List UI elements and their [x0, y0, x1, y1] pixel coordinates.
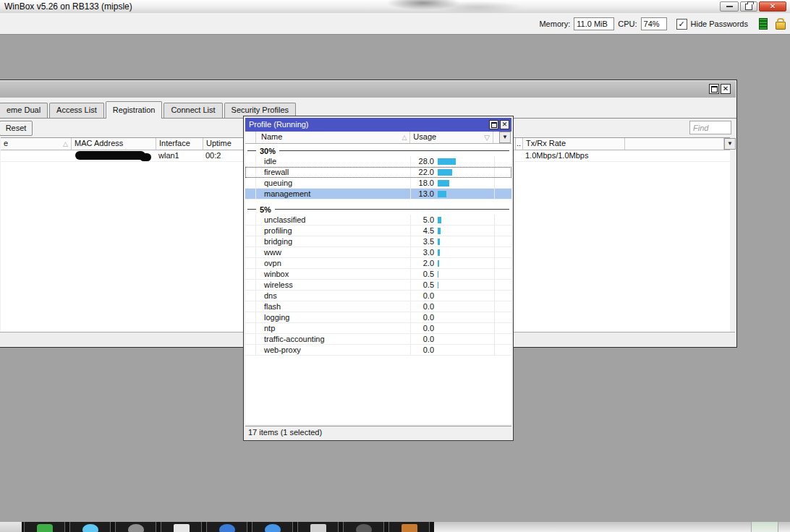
profile-statusbar: 17 items (1 selected) — [245, 426, 511, 439]
restore-button[interactable] — [740, 1, 757, 12]
profile-row-dns[interactable]: dns0.0 — [245, 291, 511, 301]
column-header-mac-address[interactable]: MAC Address — [72, 138, 156, 150]
column-header-tx-rx-rate[interactable]: Tx/Rx Rate — [523, 138, 625, 150]
mdi-desktop: ✕ eme Dual Access List Registration Conn… — [0, 35, 790, 522]
profile-row-logging[interactable]: logging0.0 — [245, 312, 511, 323]
usage-value: 0.0 — [411, 291, 434, 301]
column-header-name[interactable]: Name △ — [256, 132, 410, 143]
taskbar-item[interactable] — [297, 522, 339, 532]
usage-bar — [438, 249, 440, 256]
usage-cell: 0.0 — [411, 345, 494, 355]
taskbar-item[interactable] — [252, 522, 293, 532]
usage-cell: 2.0 — [411, 258, 494, 268]
taskbar-item[interactable] — [69, 522, 111, 532]
taskbar-item[interactable] — [115, 522, 156, 532]
usage-cell: 0.0 — [411, 323, 494, 333]
profile-window-titlebar[interactable]: Profile (Running) ✕ — [245, 118, 511, 132]
profile-row-flash[interactable]: flash0.0 — [245, 301, 511, 312]
row-icon-cell — [245, 269, 256, 279]
taskbar-item[interactable] — [24, 522, 65, 532]
maximize-icon — [491, 122, 497, 128]
ring-icon — [128, 524, 144, 532]
sort-ascending-icon: △ — [63, 139, 68, 150]
row-icon-cell — [245, 247, 256, 257]
profile-row-bridging[interactable]: bridging3.5 — [245, 236, 511, 247]
profile-name: winbox — [256, 269, 411, 279]
usage-bar — [438, 239, 440, 245]
usage-value: 0.0 — [411, 312, 434, 322]
taskbar-item[interactable] — [206, 522, 247, 532]
traffic-indicator-icon — [759, 18, 768, 30]
profile-name: ovpn — [256, 258, 411, 268]
filter-icon: ▽ — [484, 132, 490, 143]
memory-value: 11.0 MiB — [574, 17, 614, 30]
minimize-button[interactable] — [720, 1, 739, 12]
row-icon-cell — [245, 215, 256, 225]
column-dropdown-button[interactable]: ▼ — [724, 138, 736, 150]
usage-value: 2.0 — [411, 258, 434, 268]
chevron-down-icon: ▼ — [502, 134, 508, 140]
usage-cell: 0.0 — [411, 334, 494, 344]
profile-row-www[interactable]: www3.0 — [245, 247, 511, 258]
profile-running-window: Profile (Running) ✕ Name △ Usage ▽ ▼ — [243, 116, 514, 441]
column-header-usage[interactable]: Usage ▽ — [410, 132, 493, 143]
tab-connect-list[interactable]: Connect List — [163, 103, 222, 118]
taskbar-item[interactable] — [161, 522, 202, 532]
profile-row-unclassified[interactable]: unclassified5.0 — [245, 215, 511, 226]
column-header-radio-name[interactable]: e △ — [1, 138, 72, 150]
window-icon — [310, 524, 326, 532]
profile-row-traffic-accounting[interactable]: traffic-accounting0.0 — [245, 334, 511, 345]
profile-name: flash — [256, 301, 411, 312]
usage-threshold-label: 30% — [256, 147, 279, 155]
profile-row-profiling[interactable]: profiling4.5 — [245, 226, 511, 236]
usage-value: 4.5 — [411, 226, 434, 236]
taskbar-item[interactable] — [388, 522, 430, 532]
column-header-interface[interactable]: Interface — [156, 138, 203, 150]
profile-name: logging — [256, 312, 411, 322]
reset-button[interactable]: Reset — [0, 121, 33, 136]
padlock-icon — [776, 22, 786, 30]
profile-window-title: Profile (Running) — [249, 120, 309, 129]
tab-access-list[interactable]: Access List — [49, 103, 104, 118]
profile-row-queuing[interactable]: queuing18.0 — [245, 178, 511, 189]
tab-registration[interactable]: Registration — [106, 101, 163, 119]
column-header-truncated[interactable]: .. — [516, 138, 523, 150]
close-button[interactable]: ✕ — [500, 120, 509, 129]
usage-group-separator: 30% — [245, 145, 511, 156]
profile-row-management[interactable]: management13.0 — [245, 189, 511, 200]
column-header-empty — [625, 138, 724, 150]
usage-value: 0.5 — [411, 269, 434, 279]
column-dropdown-button[interactable]: ▼ — [499, 132, 511, 143]
hide-passwords-checkbox[interactable]: ✓ — [676, 19, 687, 30]
maximize-button[interactable] — [709, 84, 719, 94]
usage-bar — [438, 282, 438, 288]
usage-cell: 0.0 — [411, 301, 494, 312]
maximize-button[interactable] — [489, 120, 498, 129]
usage-bar — [438, 180, 449, 186]
wireless-window-titlebar[interactable]: ✕ — [0, 81, 736, 98]
uptime-cell: 00:2 — [205, 150, 221, 161]
tab-nstreme-dual[interactable]: eme Dual — [0, 103, 48, 118]
usage-bar — [438, 191, 446, 197]
find-input[interactable] — [689, 121, 731, 134]
profile-row-winbox[interactable]: winbox0.5 — [245, 269, 511, 280]
profile-row-ovpn[interactable]: ovpn2.0 — [245, 258, 511, 269]
profile-row-ntp[interactable]: ntp0.0 — [245, 323, 511, 334]
chevron-down-icon: ▼ — [727, 140, 733, 147]
usage-value: 0.0 — [411, 301, 434, 312]
profile-row-firewall[interactable]: firewall22.0 — [245, 167, 511, 178]
usage-cell: 0.5 — [411, 280, 494, 290]
close-button[interactable]: ✕ — [759, 1, 786, 12]
usage-bar — [438, 228, 441, 234]
profile-row-web-proxy[interactable]: web-proxy0.0 — [245, 345, 511, 356]
taskbar-left-segment — [0, 522, 22, 532]
close-button[interactable]: ✕ — [721, 84, 731, 94]
winbox-app-window: WinBox v5.26 on RB133 (mipsle) ✕ Memory:… — [0, 0, 790, 532]
photo-icon — [402, 524, 417, 532]
column-label: e — [4, 139, 8, 147]
profile-row-wireless[interactable]: wireless0.5 — [245, 280, 511, 291]
profile-row-idle[interactable]: idle28.0 — [245, 156, 511, 167]
usage-value: 28.0 — [411, 156, 434, 166]
usage-value: 22.0 — [411, 167, 434, 177]
taskbar-item[interactable] — [343, 522, 384, 532]
